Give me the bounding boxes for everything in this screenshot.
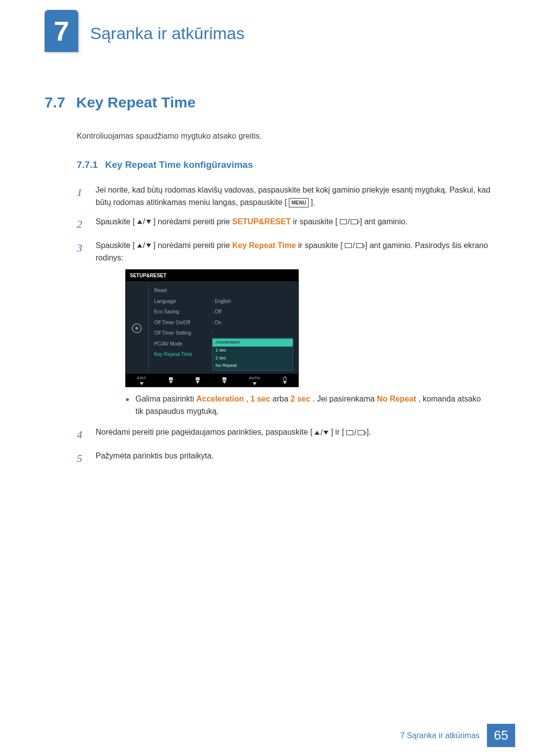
- section-intro: Kontroliuojamas spaudžiamo mygtuko atsak…: [77, 132, 490, 141]
- osd-footer: EXIT AUTO: [126, 374, 298, 386]
- page-content: 7.7 Key Repeat Time Kontroliuojamas spau…: [45, 94, 490, 474]
- osd-row: Language: [154, 296, 203, 307]
- text: ,: [246, 395, 251, 403]
- step-text: ] norėdami pereiti prie: [154, 217, 232, 226]
- step-text: Norėdami pereiti prie pageidaujamos pari…: [96, 428, 313, 436]
- step-text: ir spauskite [: [293, 217, 337, 226]
- step-text: ] norėdami pereiti prie: [154, 241, 232, 250]
- step-text: ] ant gaminio.: [360, 217, 408, 226]
- osd-row: PC/AV Mode: [154, 339, 203, 350]
- osd-nav-right-icon: [222, 377, 226, 384]
- osd-row-selected: Key Repeat Time: [154, 349, 203, 360]
- highlight-acceleration: Acceleration: [196, 395, 244, 403]
- osd-value: Off: [215, 309, 221, 314]
- subsection-title: Key Repeat Time konfigūravimas: [105, 159, 253, 170]
- step-text: Pažymėta parinktis bus pritaikyta.: [96, 450, 490, 467]
- osd-option: 1 sec: [213, 347, 293, 354]
- step-text: ].: [311, 198, 315, 206]
- chapter-number-tab: 7: [45, 10, 78, 52]
- step-text: Spauskite [: [96, 241, 135, 250]
- enter-icon: /: [340, 216, 358, 228]
- up-down-icon: /: [137, 216, 151, 228]
- highlight-1sec: 1 sec: [251, 395, 270, 403]
- bullet-icon: ●: [125, 393, 129, 418]
- highlight-norepeat: No Repeat: [377, 395, 416, 403]
- highlight-2sec: 2 sec: [291, 395, 311, 403]
- step-2: 2 Spauskite [ / ] norėdami pereiti prie …: [77, 216, 490, 233]
- osd-auto: AUTO: [249, 375, 260, 385]
- text: arba: [272, 395, 290, 403]
- osd-row: Reset: [154, 285, 203, 296]
- osd-screenshot: SETUP&RESET Reset Language Eco Saving Of…: [125, 269, 299, 387]
- step-text: ] ir [: [331, 428, 344, 436]
- footer-page-number: 65: [487, 724, 515, 747]
- osd-exit: EXIT: [137, 375, 146, 385]
- subsection-number: 7.7.1: [77, 159, 98, 170]
- osd-dropdown: Acceleration 1 sec 2 sec No Repeat: [212, 338, 293, 371]
- section-title: Key Repeat Time: [76, 94, 196, 111]
- step-3: 3 Spauskite [ / ] norėdami pereiti prie …: [77, 240, 490, 420]
- osd-value: English: [215, 299, 231, 304]
- text: . Jei pasirenkama: [313, 395, 377, 403]
- page-footer: 7 Sąranka ir atkūrimas 65: [400, 724, 515, 747]
- osd-value: On: [215, 320, 221, 325]
- osd-nav-up-icon: [196, 377, 200, 384]
- osd-option: No Repeat: [213, 362, 293, 370]
- step-number: 3: [77, 240, 87, 420]
- step-text: ir spauskite [: [298, 241, 343, 250]
- bullet-option-note: ● Galima pasirinkti Acceleration , 1 sec…: [125, 393, 490, 418]
- section-number: 7.7: [45, 94, 65, 111]
- chapter-title: Sąranka ir atkūrimas: [90, 24, 245, 43]
- chapter-header: 7 Sąranka ir atkūrimas: [45, 10, 245, 52]
- enter-icon: /: [345, 240, 363, 252]
- highlight-key-repeat-time: Key Repeat Time: [232, 241, 296, 250]
- step-text: ].: [367, 428, 371, 436]
- osd-nav-down-icon: [169, 377, 173, 384]
- step-5: 5 Pažymėta parinktis bus pritaikyta.: [77, 450, 490, 467]
- menu-icon: MENU: [289, 198, 308, 208]
- osd-option: 2 sec: [213, 354, 293, 362]
- osd-row: Off Timer On/Off: [154, 317, 203, 328]
- steps-list: 1 Jei norite, kad būtų rodomas klavišų v…: [77, 184, 490, 467]
- osd-title: SETUP&RESET: [126, 270, 298, 282]
- step-number: 4: [77, 426, 87, 443]
- subsection-heading: 7.7.1 Key Repeat Time konfigūravimas: [77, 159, 490, 170]
- up-down-icon: /: [315, 427, 328, 439]
- footer-chapter-ref: 7 Sąranka ir atkūrimas: [400, 731, 487, 740]
- osd-row: Eco Saving: [154, 306, 203, 317]
- osd-option-selected: Acceleration: [213, 339, 293, 347]
- step-number: 5: [77, 450, 87, 467]
- step-text: Spauskite [: [96, 217, 135, 226]
- gear-icon: [132, 323, 142, 333]
- step-number: 1: [77, 184, 87, 209]
- enter-icon: /: [346, 427, 364, 439]
- step-number: 2: [77, 216, 87, 233]
- step-1: 1 Jei norite, kad būtų rodomas klavišų v…: [77, 184, 490, 209]
- highlight-setup-reset: SETUP&RESET: [232, 217, 291, 226]
- osd-power-icon: [283, 377, 287, 384]
- text: Galima pasirinkti: [135, 395, 196, 403]
- section-heading: 7.7 Key Repeat Time: [45, 94, 490, 111]
- osd-row: Off Timer Setting: [154, 328, 203, 339]
- up-down-icon: /: [137, 240, 151, 252]
- step-4: 4 Norėdami pereiti prie pageidaujamos pa…: [77, 426, 490, 443]
